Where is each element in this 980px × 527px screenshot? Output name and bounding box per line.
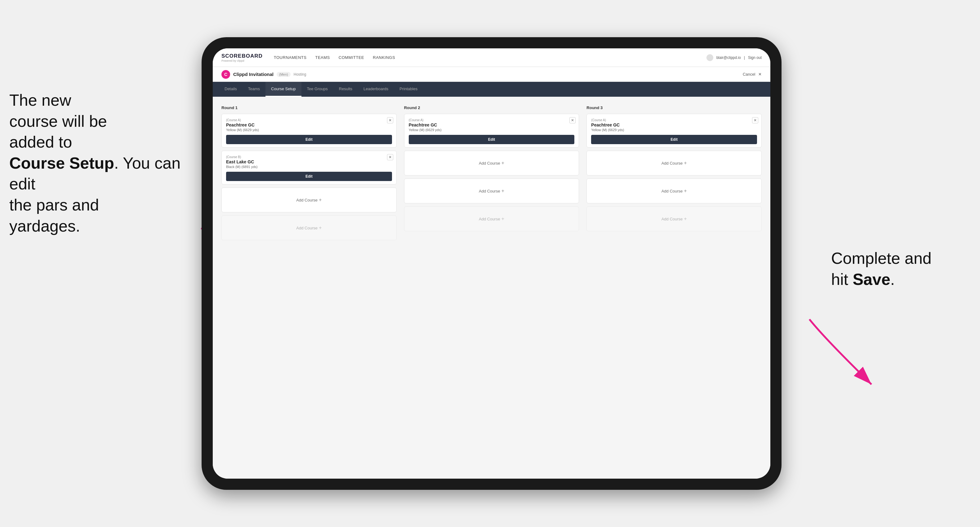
tab-course-setup[interactable]: Course Setup <box>266 82 301 97</box>
tournament-name: Clippd Invitational <box>233 71 274 77</box>
add-course-label: Add Course <box>662 189 683 194</box>
tournament-info: C Clippd Invitational (Men) Hosting <box>221 70 306 79</box>
add-course-label: Add Course <box>296 198 318 202</box>
tab-results[interactable]: Results <box>333 82 358 97</box>
tablet-screen: SCOREBOARD Powered by clippd TOURNAMENTS… <box>213 48 770 479</box>
add-course-r2-2[interactable]: Add Course + <box>404 179 579 203</box>
edit-course-button-r1-a[interactable]: Edit <box>226 135 392 144</box>
course-name: East Lake GC <box>226 159 392 164</box>
annotation-bold: Course Setup <box>9 154 114 172</box>
add-course-plus-icon: + <box>319 197 321 203</box>
course-details: Black (M) (6891 yds) <box>226 165 392 169</box>
edit-course-button-r3-a[interactable]: Edit <box>591 135 757 144</box>
course-details: Yellow (M) (6629 yds) <box>591 128 757 132</box>
course-card-r1-b: ✕ (Course B) East Lake GC Black (M) (689… <box>221 151 397 184</box>
course-type-label: (Course A) <box>591 118 757 122</box>
annotation-text: hit <box>831 270 853 288</box>
course-details: Yellow (M) (6629 yds) <box>409 128 575 132</box>
annotation-text: added to <box>9 133 72 151</box>
course-type-label: (Course B) <box>226 155 392 159</box>
annotation-text: course will be <box>9 112 107 130</box>
add-course-plus-icon: + <box>684 160 687 166</box>
sign-out-link[interactable]: Sign out <box>748 56 762 60</box>
logo-sub: Powered by clippd <box>221 59 262 62</box>
add-course-r1[interactable]: Add Course + <box>221 187 397 212</box>
add-course-plus-icon: + <box>501 160 504 166</box>
course-card-r2-a: ✕ (Course A) Peachtree GC Yellow (M) (66… <box>404 114 579 148</box>
annotation-text: The new <box>9 91 71 109</box>
cancel-icon: ✕ <box>758 72 762 76</box>
add-course-r1-disabled: Add Course + <box>221 216 397 240</box>
round-2-header: Round 2 <box>404 105 579 110</box>
add-course-plus-icon: + <box>684 188 687 194</box>
course-details: Yellow (M) (6629 yds) <box>226 128 392 132</box>
logo-main: SCOREBOARD <box>221 53 262 59</box>
nav-link-committee[interactable]: COMMITTEE <box>339 54 364 61</box>
logo-letter: C <box>224 72 228 77</box>
round-3-column: Round 3 ✕ (Course A) Peachtree GC Yellow… <box>587 105 762 243</box>
nav-separator: | <box>744 56 745 60</box>
nav-links: TOURNAMENTS TEAMS COMMITTEE RANKINGS <box>274 54 706 61</box>
tournament-bar: C Clippd Invitational (Men) Hosting Canc… <box>213 67 770 82</box>
course-type-label: (Course A) <box>226 118 392 122</box>
tournament-status: Hosting <box>294 72 306 76</box>
nav-right: blair@clippd.io | Sign out <box>706 54 762 61</box>
cancel-label: Cancel <box>743 72 755 76</box>
round-3-header: Round 3 <box>587 105 762 110</box>
annotation-text: Complete and <box>831 249 932 267</box>
course-name: Peachtree GC <box>226 122 392 127</box>
nav-link-rankings[interactable]: RANKINGS <box>373 54 395 61</box>
annotation-bold: Save <box>853 270 890 288</box>
add-course-r3-1[interactable]: Add Course + <box>587 151 762 175</box>
course-card-r1-a: ✕ (Course A) Peachtree GC Yellow (M) (66… <box>221 114 397 148</box>
add-course-label: Add Course <box>479 217 500 221</box>
round-1-column: Round 1 ✕ (Course A) Peachtree GC Yellow… <box>221 105 397 243</box>
add-course-plus-icon: + <box>501 216 504 222</box>
add-course-r3-disabled: Add Course + <box>587 206 762 231</box>
annotation-left: The new course will be added to Course S… <box>9 90 189 237</box>
tab-bar: Details Teams Course Setup Tee Groups Re… <box>213 82 770 97</box>
add-course-label: Add Course <box>479 189 500 194</box>
add-course-label: Add Course <box>296 226 318 230</box>
delete-course-r1-b[interactable]: ✕ <box>387 154 393 160</box>
tab-teams[interactable]: Teams <box>242 82 266 97</box>
course-name: Peachtree GC <box>591 122 757 127</box>
annotation-right: Complete and hit Save. <box>831 248 961 290</box>
top-nav: SCOREBOARD Powered by clippd TOURNAMENTS… <box>213 48 770 67</box>
avatar <box>706 54 713 61</box>
add-course-r2-1[interactable]: Add Course + <box>404 151 579 175</box>
add-course-r2-disabled: Add Course + <box>404 206 579 231</box>
add-course-r3-2[interactable]: Add Course + <box>587 179 762 203</box>
tab-leaderboards[interactable]: Leaderboards <box>358 82 394 97</box>
rounds-grid: Round 1 ✕ (Course A) Peachtree GC Yellow… <box>221 105 762 243</box>
course-type-label: (Course A) <box>409 118 575 122</box>
edit-course-button-r1-b[interactable]: Edit <box>226 172 392 181</box>
delete-course-r3-a[interactable]: ✕ <box>752 117 758 123</box>
course-name: Peachtree GC <box>409 122 575 127</box>
tablet-frame: SCOREBOARD Powered by clippd TOURNAMENTS… <box>202 37 781 490</box>
delete-course-r2-a[interactable]: ✕ <box>570 117 576 123</box>
tab-printables[interactable]: Printables <box>394 82 423 97</box>
round-2-column: Round 2 ✕ (Course A) Peachtree GC Yellow… <box>404 105 579 243</box>
tab-tee-groups[interactable]: Tee Groups <box>301 82 333 97</box>
cancel-button[interactable]: Cancel ✕ <box>743 72 762 76</box>
add-course-label: Add Course <box>662 161 683 165</box>
nav-link-tournaments[interactable]: TOURNAMENTS <box>274 54 307 61</box>
add-course-plus-icon: + <box>319 225 321 231</box>
nav-link-teams[interactable]: TEAMS <box>315 54 330 61</box>
add-course-label: Add Course <box>662 217 683 221</box>
annotation-text: yardages. <box>9 217 80 235</box>
round-1-header: Round 1 <box>221 105 397 110</box>
tournament-gender: (Men) <box>277 72 291 77</box>
arrow-right <box>791 310 884 397</box>
tournament-logo: C <box>221 70 230 79</box>
user-email: blair@clippd.io <box>716 56 741 60</box>
tab-details[interactable]: Details <box>219 82 242 97</box>
annotation-text: the pars and <box>9 196 99 214</box>
add-course-plus-icon: + <box>684 216 687 222</box>
delete-course-r1-a[interactable]: ✕ <box>387 117 393 123</box>
annotation-text: . <box>890 270 895 288</box>
edit-course-button-r2-a[interactable]: Edit <box>409 135 575 144</box>
add-course-label: Add Course <box>479 161 500 165</box>
course-card-r3-a: ✕ (Course A) Peachtree GC Yellow (M) (66… <box>587 114 762 148</box>
